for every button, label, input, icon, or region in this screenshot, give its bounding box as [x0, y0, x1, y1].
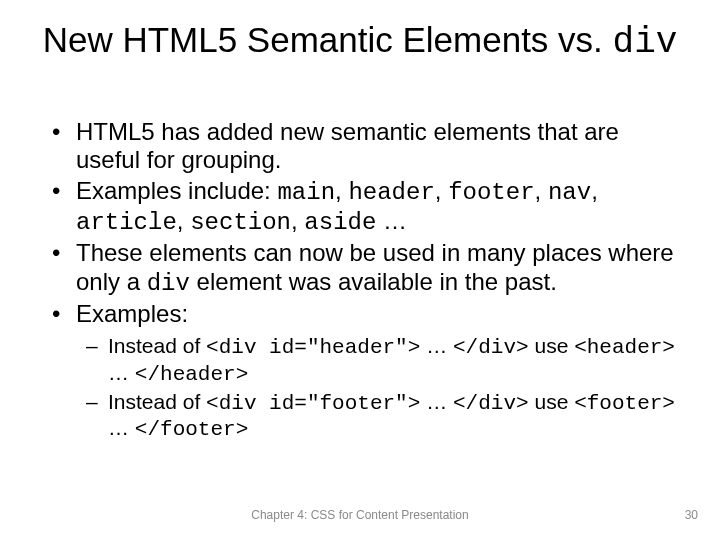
- footer-text: Chapter 4: CSS for Content Presentation: [0, 508, 720, 522]
- bullet-text: Examples:: [76, 300, 188, 327]
- code-span: <div id="footer">: [206, 392, 420, 415]
- sub-text: use: [529, 334, 575, 357]
- sub-item: Instead of <div id="footer"> … </div> us…: [84, 390, 678, 444]
- sub-list: Instead of <div id="header"> … </div> us…: [84, 334, 678, 443]
- code-span: <footer>: [574, 392, 675, 415]
- code-span: </div>: [453, 392, 529, 415]
- page-number: 30: [685, 508, 698, 522]
- code-span: article: [76, 209, 177, 236]
- code-span: footer: [448, 179, 534, 206]
- code-span: main: [277, 179, 335, 206]
- sep: ,: [335, 177, 348, 204]
- sep: ,: [591, 177, 598, 204]
- sub-text: Instead of: [108, 390, 206, 413]
- bullet-text: Examples include:: [76, 177, 277, 204]
- sep: ,: [291, 207, 304, 234]
- sub-text: …: [108, 361, 135, 384]
- title-code: div: [613, 22, 678, 63]
- slide-title: New HTML5 Semantic Elements vs. div: [0, 20, 720, 63]
- sub-item: Instead of <div id="header"> … </div> us…: [84, 334, 678, 388]
- sep: ,: [435, 177, 448, 204]
- title-text: New HTML5 Semantic Elements vs.: [43, 20, 613, 59]
- code-span: <header>: [574, 336, 675, 359]
- slide-body: HTML5 has added new semantic elements th…: [48, 118, 678, 445]
- bullet-item: Examples include: main, header, footer, …: [48, 177, 678, 238]
- sep: ,: [535, 177, 548, 204]
- bullet-list: HTML5 has added new semantic elements th…: [48, 118, 678, 443]
- bullet-item: These elements can now be used in many p…: [48, 239, 678, 298]
- sep: ,: [177, 207, 190, 234]
- sub-text: …: [108, 416, 135, 439]
- code-span: aside: [304, 209, 376, 236]
- slide: New HTML5 Semantic Elements vs. div HTML…: [0, 0, 720, 540]
- code-span: </header>: [135, 363, 248, 386]
- bullet-item: HTML5 has added new semantic elements th…: [48, 118, 678, 175]
- tail: …: [376, 207, 407, 234]
- bullet-text: element was available in the past.: [190, 268, 557, 295]
- code-span: </footer>: [135, 418, 248, 441]
- code-span: section: [190, 209, 291, 236]
- code-span: nav: [548, 179, 591, 206]
- sub-text: use: [529, 390, 575, 413]
- bullet-item: Examples: Instead of <div id="header"> ……: [48, 300, 678, 443]
- sub-text: Instead of: [108, 334, 206, 357]
- sub-text: …: [420, 390, 453, 413]
- bullet-text: HTML5 has added new semantic elements th…: [76, 118, 619, 173]
- code-span: header: [348, 179, 434, 206]
- code-span: <div id="header">: [206, 336, 420, 359]
- code-span: div: [147, 270, 190, 297]
- code-span: </div>: [453, 336, 529, 359]
- sub-text: …: [420, 334, 453, 357]
